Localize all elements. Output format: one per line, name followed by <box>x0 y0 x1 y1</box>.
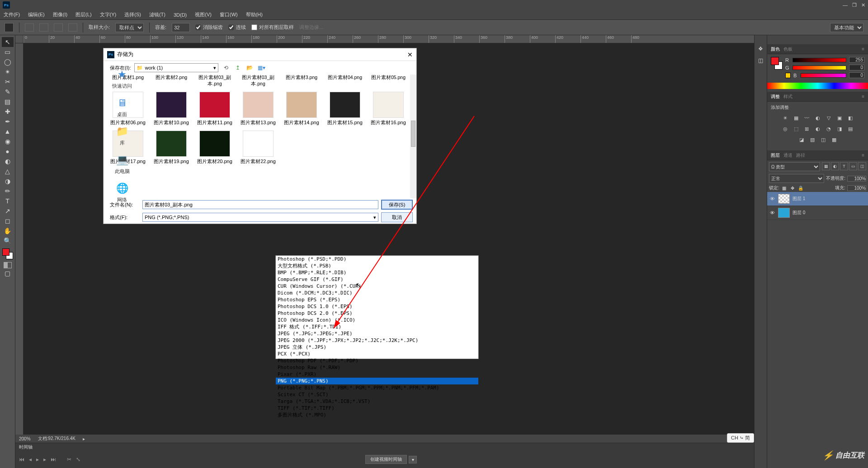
file-item[interactable]: 图片素材11.png <box>197 92 233 126</box>
g-input[interactable] <box>849 65 864 70</box>
file-item[interactable]: 图片素材16.png <box>370 92 406 126</box>
tool-button[interactable]: ◯ <box>2 57 14 67</box>
exposure-icon[interactable]: ◐ <box>814 114 821 122</box>
format-option[interactable]: Portable Bit Map (*.PBM;*.PGM;*.PPM;*.PN… <box>276 384 478 391</box>
back-icon[interactable]: ⟲ <box>222 64 230 72</box>
tool-button[interactable]: ● <box>2 146 14 156</box>
lock-all-icon[interactable]: 🔒 <box>797 185 804 191</box>
tool-button[interactable]: T <box>2 196 14 206</box>
menu-item[interactable]: 图像(I) <box>53 11 67 18</box>
all-layers-checkbox[interactable] <box>251 24 257 30</box>
file-item[interactable]: 图片素材20.png <box>197 131 233 165</box>
fill-input[interactable] <box>847 185 866 191</box>
tool-button[interactable]: ✒ <box>2 117 14 126</box>
filter-shape-icon[interactable]: ▭ <box>849 162 857 170</box>
g-slider[interactable] <box>793 66 846 70</box>
format-option[interactable]: 多图片格式 (*.MPO) <box>276 412 478 418</box>
sidebar-location[interactable]: 📁库 <box>115 124 129 146</box>
timeline-last-icon[interactable]: ⏭ <box>51 456 56 463</box>
timeline-cut-icon[interactable]: ✂ <box>67 456 71 463</box>
format-option[interactable]: Targa (*.TGA;*.VDA;*.ICB;*.VST) <box>276 398 478 405</box>
format-option[interactable]: Photoshop EPS (*.EPS) <box>276 296 478 303</box>
format-option[interactable]: CompuServe GIF (*.GIF) <box>276 276 478 283</box>
menu-item[interactable]: 编辑(E) <box>28 11 45 18</box>
format-option[interactable]: Photoshop PDF (*.PDF;*.PDP) <box>276 357 478 364</box>
r-slider[interactable] <box>793 58 846 62</box>
color-panel-menu-icon[interactable]: ≡ <box>862 47 864 51</box>
layer-name[interactable]: 图层 1 <box>793 196 805 202</box>
create-video-dropdown[interactable]: ▾ <box>409 456 417 463</box>
tool-button[interactable]: ✋ <box>2 226 14 236</box>
sample-mode-2[interactable] <box>39 23 48 32</box>
layer-kind-filter[interactable]: Ω 类型 <box>769 162 820 171</box>
channel-mixer-icon[interactable]: ⬚ <box>793 125 800 132</box>
maximize-button[interactable]: ❐ <box>852 2 857 8</box>
color-lookup-icon[interactable]: ⊞ <box>803 125 811 132</box>
properties-panel-icon[interactable]: ◫ <box>756 56 765 65</box>
timeline-play-icon[interactable]: ▸ <box>36 456 39 463</box>
sample-mode-3[interactable] <box>54 23 63 32</box>
minimize-button[interactable]: — <box>843 2 848 8</box>
file-label[interactable]: 图片素材3.png <box>283 75 320 87</box>
file-item[interactable]: 图片素材22.png <box>240 131 276 165</box>
tool-button[interactable]: ↖ <box>2 37 14 47</box>
dialog-title-bar[interactable]: Ps 存储为 ✕ <box>104 48 416 61</box>
menu-item[interactable]: 滤镜(T) <box>149 11 165 18</box>
brightness-icon[interactable]: ☀ <box>782 114 789 122</box>
history-panel-icon[interactable]: ❖ <box>756 44 765 53</box>
curves-icon[interactable]: 〰 <box>803 114 811 122</box>
tool-button[interactable]: ▭ <box>2 47 14 57</box>
filter-adjust-icon[interactable]: ◐ <box>831 162 839 170</box>
gamut-warning-icon[interactable] <box>785 73 791 78</box>
invert-icon[interactable]: ◐ <box>814 125 821 132</box>
format-select[interactable]: PNG (*.PNG;*.PNS)▾ <box>142 213 378 222</box>
color-spectrum[interactable] <box>767 83 868 89</box>
tool-button[interactable]: ◑ <box>2 176 14 186</box>
vibrance-icon[interactable]: ▽ <box>825 114 832 122</box>
menu-item[interactable]: 窗口(W) <box>220 11 238 18</box>
sidebar-location[interactable]: 💻此电脑 <box>115 153 130 175</box>
menu-item[interactable]: 文字(Y) <box>100 11 117 18</box>
posterize-icon[interactable]: ◔ <box>825 125 832 132</box>
b-slider[interactable] <box>801 73 846 78</box>
refine-edge-button[interactable]: 调整边缘... <box>299 24 323 31</box>
file-label[interactable]: 图片素材03_副本.png <box>197 75 233 87</box>
new-folder-icon[interactable]: 📂 <box>245 64 254 72</box>
format-option[interactable]: Photoshop DCS 2.0 (*.EPS) <box>276 310 478 317</box>
filter-type-icon[interactable]: T <box>840 162 848 170</box>
opacity-input[interactable] <box>847 176 866 182</box>
filter-smart-icon[interactable]: ◫ <box>858 162 866 170</box>
file-label[interactable]: 图片素材04.png <box>327 75 363 87</box>
menu-item[interactable]: 选择(S) <box>124 11 141 18</box>
format-option[interactable]: PCX (*.PCX) <box>276 351 478 357</box>
tool-button[interactable]: ✂ <box>2 77 14 87</box>
tool-button[interactable]: ✎ <box>2 87 14 97</box>
format-option[interactable]: JPEG 立体 (*.JPS) <box>276 344 478 351</box>
file-item[interactable]: 图片素材19.png <box>153 131 189 165</box>
adj-ico-4[interactable]: ▩ <box>830 136 838 143</box>
format-option[interactable]: Dicom (*.DCM;*.DC3;*.DIC) <box>276 290 478 296</box>
save-button[interactable]: 保存(S) <box>381 200 413 210</box>
format-dropdown[interactable]: Photoshop (*.PSD;*.PDD)大型文档格式 (*.PSB)BMP… <box>275 255 479 359</box>
tool-button[interactable]: ◐ <box>2 156 14 166</box>
format-option[interactable]: PNG (*.PNG;*.PNS) <box>276 378 478 384</box>
sample-size-select[interactable]: 取样点 <box>115 23 144 32</box>
layer-thumbnail[interactable] <box>778 208 790 218</box>
tool-button[interactable]: △ <box>2 166 14 176</box>
menu-item[interactable]: 帮助(H) <box>246 11 263 18</box>
tool-button[interactable]: ◻ <box>2 216 14 226</box>
lock-position-icon[interactable]: ✥ <box>789 185 796 191</box>
adj-ico-2[interactable]: ▧ <box>809 136 816 143</box>
blend-mode-select[interactable]: 正常 <box>769 174 824 183</box>
contiguous-checkbox[interactable] <box>228 24 234 30</box>
styles-tab[interactable]: 样式 <box>783 94 793 100</box>
adjustments-menu-icon[interactable]: ≡ <box>862 94 864 99</box>
format-option[interactable]: JPEG 2000 (*.JPF;*.JPX;*.JP2;*.J2C;*.J2K… <box>276 337 478 344</box>
visibility-icon[interactable]: 👁 <box>769 210 775 215</box>
tool-button[interactable]: ✴ <box>2 67 14 77</box>
fg-bg-color[interactable] <box>2 248 13 259</box>
levels-icon[interactable]: ▦ <box>793 114 800 122</box>
adj-ico-3[interactable]: ◫ <box>820 136 827 143</box>
bw-icon[interactable]: ◧ <box>847 114 854 122</box>
sample-mode-1[interactable] <box>25 23 34 32</box>
